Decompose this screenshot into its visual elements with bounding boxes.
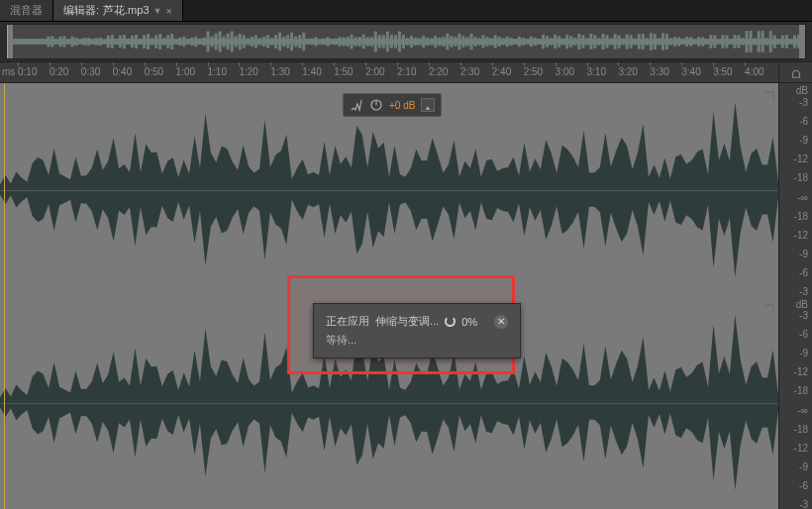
svg-rect-184 [733,35,736,48]
svg-rect-154 [614,34,617,49]
svg-rect-56 [223,37,226,48]
svg-rect-153 [610,39,613,46]
svg-rect-52 [207,32,210,52]
tab-editor[interactable]: 编辑器: 芦花.mp3 ▼ × [53,0,183,21]
svg-rect-155 [618,35,621,48]
ruler-tick: 0:50 [145,66,163,77]
svg-rect-98 [390,35,393,49]
svg-rect-183 [729,40,732,45]
svg-rect-131 [522,38,525,46]
tab-bar: 混音器 编辑器: 芦花.mp3 ▼ × [0,0,812,22]
tab-mixer[interactable]: 混音器 [0,0,53,21]
svg-rect-185 [737,35,740,48]
pan-tool-icon[interactable] [778,62,812,82]
svg-rect-83 [330,39,333,45]
svg-rect-196 [781,36,784,49]
svg-rect-28 [111,35,114,49]
svg-rect-6 [23,40,26,45]
svg-rect-73 [290,33,293,51]
svg-rect-177 [705,39,708,44]
db-tick: -9 [799,135,808,146]
ruler-tick: 3:30 [650,66,668,77]
ruler-tick: 0:10 [18,66,37,77]
db-tick: -∞ [798,405,808,416]
overview-waveform[interactable] [6,24,806,59]
overview-handle-right[interactable] [799,25,805,58]
playhead[interactable] [4,83,5,509]
svg-rect-27 [107,36,110,48]
overview-wave-svg [7,25,805,58]
svg-rect-191 [761,31,764,52]
svg-rect-85 [338,37,341,46]
db-tick: -9 [799,461,808,472]
svg-rect-4 [15,40,18,45]
svg-rect-188 [750,31,753,52]
svg-rect-5 [19,41,22,43]
svg-rect-167 [665,34,668,50]
svg-rect-147 [585,38,588,46]
ruler-tick: 2:00 [365,66,384,77]
svg-rect-18 [70,37,73,47]
pin-hud-icon[interactable] [421,98,435,112]
gain-dial-icon[interactable] [369,98,383,112]
svg-rect-194 [773,35,776,48]
db-unit: dB [796,85,808,96]
svg-rect-61 [243,35,246,48]
svg-rect-92 [366,37,369,46]
svg-rect-50 [198,39,201,44]
channel-options-icon[interactable] [764,87,774,97]
overview-playhead [7,25,8,58]
svg-rect-133 [530,37,533,47]
channel-options-icon[interactable] [764,300,774,310]
svg-rect-34 [135,35,138,49]
ruler-tick: 3:20 [618,66,637,77]
svg-rect-144 [573,38,576,46]
svg-rect-139 [554,35,557,49]
svg-rect-100 [398,32,401,52]
svg-rect-66 [262,37,265,47]
svg-rect-190 [758,31,761,52]
svg-rect-137 [546,36,549,47]
svg-rect-7 [27,40,30,45]
db-tick: -6 [799,480,808,491]
svg-rect-193 [769,31,772,51]
svg-rect-10 [39,40,42,45]
chevron-down-icon[interactable]: ▼ [153,6,162,16]
db-tick: -18 [794,424,808,435]
svg-rect-31 [123,35,126,49]
ruler-tick: 3:40 [681,66,700,77]
svg-rect-152 [606,35,609,48]
svg-rect-101 [402,35,405,49]
close-icon[interactable]: × [165,5,171,17]
svg-rect-108 [430,38,433,45]
progress-dialog: 正在应用 伸缩与变调... 0% ✕ 等待... [313,303,521,358]
svg-rect-60 [239,34,242,50]
gain-db-value[interactable]: +0 dB [389,100,415,111]
svg-rect-156 [622,39,625,46]
ruler-tick: 3:10 [587,66,606,77]
dialog-text-applying: 正在应用 [326,314,369,329]
svg-rect-12 [47,37,50,48]
svg-rect-70 [278,33,281,51]
svg-rect-37 [147,34,150,50]
svg-rect-117 [465,37,468,46]
ruler-tick: 0:30 [81,66,100,77]
db-tick: -18 [794,211,808,222]
svg-rect-8 [31,41,34,43]
svg-rect-150 [597,38,600,45]
ruler-tick: 3:50 [713,66,732,77]
svg-rect-187 [746,31,749,52]
svg-rect-179 [713,36,716,49]
cancel-icon[interactable]: ✕ [494,315,508,329]
svg-rect-74 [294,37,297,48]
time-ruler[interactable]: ms 0:100:200:300:400:501:001:101:201:301… [0,62,778,82]
db-unit: dB [796,299,808,310]
svg-rect-33 [131,36,134,48]
svg-rect-58 [231,32,234,52]
svg-rect-49 [194,37,197,47]
svg-rect-72 [286,35,289,48]
ruler-tick: 2:30 [460,66,479,77]
svg-rect-161 [642,34,645,50]
svg-rect-128 [510,38,513,46]
svg-rect-17 [66,40,69,44]
